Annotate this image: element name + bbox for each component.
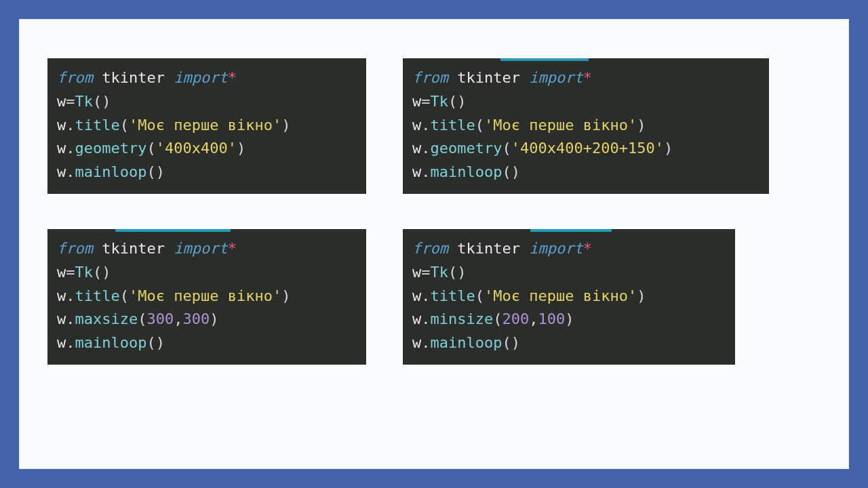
code-block-top-right: from tkinter import* w=Tk() w.title('Моє… — [403, 58, 769, 194]
code-block-accent — [115, 229, 231, 232]
code-block-accent — [530, 229, 612, 232]
code-block-bottom-right: from tkinter import* w=Tk() w.title('Моє… — [403, 229, 735, 365]
code-content: from tkinter import* w=Tk() w.title('Моє… — [412, 66, 760, 184]
code-content: from tkinter import* w=Tk() w.title('Моє… — [57, 66, 357, 184]
code-block-accent — [500, 58, 589, 61]
code-block-top-left: from tkinter import* w=Tk() w.title('Моє… — [47, 58, 366, 194]
slide-canvas: from tkinter import* w=Tk() w.title('Моє… — [19, 19, 849, 469]
code-content: from tkinter import* w=Tk() w.title('Моє… — [57, 237, 357, 355]
code-content: from tkinter import* w=Tk() w.title('Моє… — [412, 237, 726, 355]
code-block-bottom-left: from tkinter import* w=Tk() w.title('Моє… — [47, 229, 366, 365]
